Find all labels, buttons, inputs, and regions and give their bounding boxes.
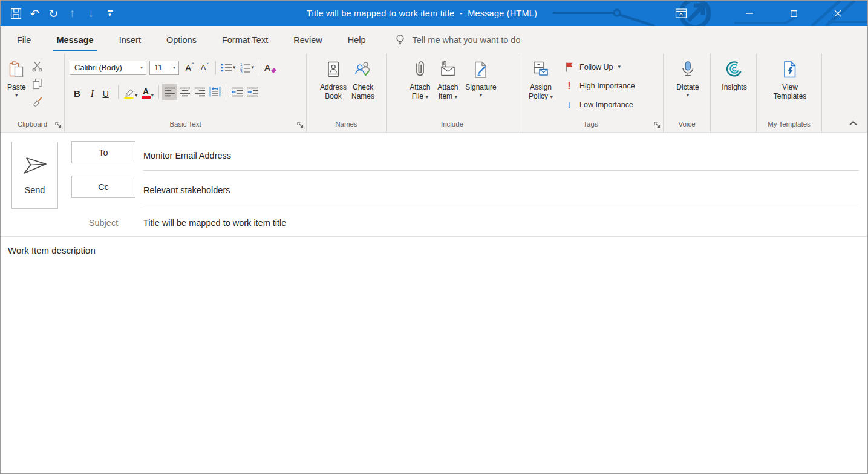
send-icon <box>22 156 48 176</box>
collapse-ribbon-icon[interactable] <box>849 120 858 126</box>
font-size-select[interactable]: 11 ▾ <box>149 61 179 75</box>
paste-label: Paste <box>7 83 26 92</box>
previous-item-icon[interactable]: ↑ <box>63 4 82 23</box>
dictate-button[interactable]: Dictate ▾ <box>674 57 700 99</box>
ribbon-group-my-templates: View Templates My Templates <box>757 54 822 132</box>
paste-button[interactable]: Paste ▾ <box>5 57 28 99</box>
tab-options[interactable]: Options <box>166 26 197 54</box>
underline-button[interactable]: U▾ <box>100 84 115 100</box>
italic-button[interactable]: I <box>85 84 100 100</box>
shrink-font-button[interactable]: Aˇ <box>197 60 212 76</box>
subject-row: Subject Title will be mapped to work ite… <box>71 212 867 234</box>
message-body-editor[interactable]: Work Item description <box>1 237 867 473</box>
decrease-indent-icon <box>231 87 243 97</box>
send-label: Send <box>25 185 45 195</box>
low-importance-button[interactable]: ↓ Low Importance <box>564 95 635 114</box>
follow-up-dropdown-icon: ▾ <box>618 64 621 70</box>
tab-help[interactable]: Help <box>348 26 366 54</box>
tags-dialog-launcher-icon[interactable] <box>654 122 661 128</box>
group-label-include: Include <box>387 119 518 132</box>
to-row: To Monitor Email Address <box>71 141 867 172</box>
tab-message[interactable]: Message <box>56 26 93 54</box>
format-painter-icon[interactable] <box>30 94 45 108</box>
group-label-tags: Tags <box>518 119 663 132</box>
basic-text-dialog-launcher-icon[interactable] <box>297 122 304 128</box>
to-field[interactable]: Monitor Email Address <box>143 141 859 171</box>
tab-review[interactable]: Review <box>293 26 322 54</box>
dictate-microphone-icon <box>679 58 697 81</box>
ribbon-group-basic-text: Calibri (Body) ▾ 11 ▾ Aˆ Aˇ <box>65 54 307 132</box>
font-color-button[interactable]: A ▾ <box>140 84 156 100</box>
increase-indent-button[interactable] <box>245 84 261 100</box>
ribbon-group-names: Address Book Check Names <box>307 54 387 132</box>
align-center-button[interactable] <box>177 84 192 100</box>
group-label-names: Names <box>307 119 386 132</box>
check-names-icon <box>354 58 372 81</box>
to-button[interactable]: To <box>71 141 135 163</box>
follow-up-button[interactable]: Follow Up ▾ <box>564 58 635 76</box>
tab-format-text[interactable]: Format Text <box>222 26 268 54</box>
cc-button[interactable]: Cc <box>71 176 135 198</box>
cut-icon[interactable] <box>30 59 45 73</box>
svg-text:3: 3 <box>240 70 243 73</box>
undo-icon[interactable]: ↶ <box>25 4 44 23</box>
distribute-justify-icon <box>209 87 221 97</box>
redo-icon[interactable]: ↻ <box>44 4 63 23</box>
attach-item-dropdown-icon: ▾ <box>454 94 457 100</box>
clear-formatting-button[interactable]: A <box>263 60 279 76</box>
next-item-icon[interactable]: ↓ <box>82 4 100 23</box>
ribbon-display-options-icon[interactable] <box>664 1 699 26</box>
address-book-button[interactable]: Address Book <box>318 57 348 101</box>
copy-icon[interactable] <box>30 76 45 91</box>
group-label-voice: Voice <box>664 119 710 132</box>
message-header: Send To Monitor Email Address Cc Relevan… <box>1 133 867 237</box>
high-importance-icon: ! <box>564 82 575 90</box>
signature-dropdown-icon: ▾ <box>480 92 483 99</box>
assign-policy-button[interactable]: Assign Policy ▾ <box>523 57 558 101</box>
subject-field[interactable]: Title will be mapped to work item title <box>143 212 859 234</box>
bullets-button[interactable]: ▾ <box>219 60 238 76</box>
numbering-button[interactable]: 1 2 3 ▾ <box>238 60 256 76</box>
assign-policy-dropdown-icon: ▾ <box>550 94 553 100</box>
clipboard-dialog-launcher-icon[interactable] <box>55 122 62 128</box>
align-left-button[interactable] <box>162 84 177 100</box>
distribute-justify-button[interactable] <box>207 84 223 100</box>
group-label-insights <box>711 119 756 132</box>
font-name-value: Calibri (Body) <box>74 63 122 72</box>
ribbon-tab-bar: File Message Insert Options Format Text … <box>1 26 867 54</box>
insights-button[interactable]: Insights <box>720 57 748 92</box>
low-importance-icon: ↓ <box>564 100 575 109</box>
high-importance-button[interactable]: ! High Importance <box>564 76 635 95</box>
cc-field[interactable]: Relevant stakeholders <box>143 176 859 205</box>
bold-button[interactable]: B <box>70 84 85 100</box>
tell-me-search[interactable]: Tell me what you want to do <box>394 26 521 54</box>
signature-button[interactable]: Signature ▾ <box>463 57 498 99</box>
increase-indent-icon <box>247 87 259 97</box>
assign-policy-icon <box>532 58 550 81</box>
insights-icon <box>725 58 744 81</box>
decrease-indent-button[interactable] <box>229 84 245 100</box>
tell-me-label: Tell me what you want to do <box>413 35 521 45</box>
align-center-icon <box>180 87 191 97</box>
close-icon[interactable] <box>820 1 855 26</box>
outlook-message-window: ↶ ↻ ↑ ↓ ▾ Title will be mapped to work i… <box>0 0 868 474</box>
title-bar: ↶ ↻ ↑ ↓ ▾ Title will be mapped to work i… <box>1 1 867 26</box>
maximize-icon[interactable] <box>776 1 811 26</box>
align-right-button[interactable] <box>192 84 207 100</box>
attach-item-button[interactable]: Attach Item ▾ <box>436 57 460 101</box>
grow-font-button[interactable]: Aˆ <box>182 60 197 76</box>
tab-insert[interactable]: Insert <box>119 26 141 54</box>
minimize-icon[interactable] <box>732 1 767 26</box>
ribbon-group-voice: Dictate ▾ Voice <box>664 54 711 132</box>
font-name-select[interactable]: Calibri (Body) ▾ <box>70 61 146 75</box>
attach-item-icon <box>438 58 457 81</box>
text-highlight-button[interactable]: ▾ <box>122 84 140 100</box>
tab-file[interactable]: File <box>17 26 31 54</box>
attach-file-button[interactable]: Attach File ▾ <box>408 57 432 101</box>
check-names-button[interactable]: Check Names <box>350 57 376 101</box>
save-icon[interactable] <box>7 4 25 23</box>
customize-quick-access-icon[interactable]: ▾ <box>100 4 119 23</box>
view-templates-button[interactable]: View Templates <box>772 57 809 101</box>
send-button[interactable]: Send <box>11 142 58 209</box>
lightbulb-icon <box>394 34 406 47</box>
